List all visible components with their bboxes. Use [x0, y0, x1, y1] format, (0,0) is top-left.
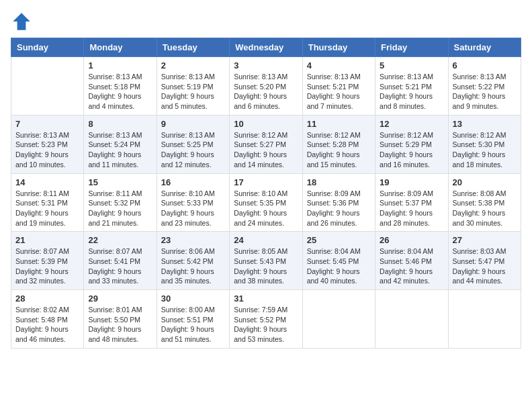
- day-number: 19: [380, 177, 443, 187]
- day-info: Sunrise: 8:00 AM Sunset: 5:51 PM Dayligh…: [161, 305, 225, 345]
- day-info: Sunrise: 8:12 AM Sunset: 5:30 PM Dayligh…: [453, 130, 517, 170]
- day-cell: 21Sunrise: 8:07 AM Sunset: 5:39 PM Dayli…: [11, 232, 84, 290]
- day-number: 15: [88, 177, 152, 187]
- day-cell: 14Sunrise: 8:11 AM Sunset: 5:31 PM Dayli…: [11, 173, 84, 232]
- day-info: Sunrise: 8:07 AM Sunset: 5:41 PM Dayligh…: [88, 246, 152, 286]
- day-info: Sunrise: 8:13 AM Sunset: 5:22 PM Dayligh…: [453, 72, 517, 111]
- day-number: 9: [161, 119, 225, 129]
- day-number: 30: [161, 293, 225, 304]
- day-cell: 3Sunrise: 8:13 AM Sunset: 5:20 PM Daylig…: [230, 57, 302, 116]
- day-info: Sunrise: 8:10 AM Sunset: 5:33 PM Dayligh…: [161, 189, 225, 228]
- day-number: 27: [453, 235, 517, 245]
- day-number: 21: [15, 235, 79, 245]
- day-info: Sunrise: 8:09 AM Sunset: 5:36 PM Dayligh…: [307, 189, 371, 228]
- column-header-wednesday: Wednesday: [230, 38, 302, 57]
- day-cell: 19Sunrise: 8:09 AM Sunset: 5:37 PM Dayli…: [375, 173, 448, 232]
- week-row-4: 21Sunrise: 8:07 AM Sunset: 5:39 PM Dayli…: [11, 232, 521, 290]
- page-header: [11, 11, 521, 32]
- day-info: Sunrise: 8:05 AM Sunset: 5:43 PM Dayligh…: [234, 246, 298, 286]
- day-info: Sunrise: 8:12 AM Sunset: 5:27 PM Dayligh…: [234, 130, 298, 170]
- day-cell: 2Sunrise: 8:13 AM Sunset: 5:19 PM Daylig…: [157, 57, 229, 116]
- day-info: Sunrise: 8:09 AM Sunset: 5:37 PM Dayligh…: [380, 189, 443, 228]
- day-number: 8: [88, 119, 152, 129]
- day-cell: 8Sunrise: 8:13 AM Sunset: 5:24 PM Daylig…: [84, 115, 157, 173]
- day-cell: 4Sunrise: 8:13 AM Sunset: 5:21 PM Daylig…: [302, 57, 375, 116]
- day-cell: 27Sunrise: 8:03 AM Sunset: 5:47 PM Dayli…: [448, 232, 521, 290]
- day-cell: 23Sunrise: 8:06 AM Sunset: 5:42 PM Dayli…: [157, 232, 229, 290]
- logo-icon: [11, 11, 32, 32]
- day-info: Sunrise: 8:13 AM Sunset: 5:20 PM Dayligh…: [234, 72, 298, 111]
- day-number: 2: [161, 60, 225, 71]
- day-cell: 25Sunrise: 8:04 AM Sunset: 5:45 PM Dayli…: [302, 232, 375, 290]
- day-number: 13: [453, 119, 517, 129]
- day-cell: 20Sunrise: 8:08 AM Sunset: 5:38 PM Dayli…: [448, 173, 521, 232]
- calendar-header-row: SundayMondayTuesdayWednesdayThursdayFrid…: [11, 38, 521, 57]
- column-header-friday: Friday: [375, 38, 448, 57]
- day-number: 14: [15, 177, 79, 187]
- day-number: 5: [380, 60, 443, 71]
- day-cell: 26Sunrise: 8:04 AM Sunset: 5:46 PM Dayli…: [375, 232, 448, 290]
- week-row-1: 1Sunrise: 8:13 AM Sunset: 5:18 PM Daylig…: [11, 57, 521, 116]
- day-cell: 17Sunrise: 8:10 AM Sunset: 5:35 PM Dayli…: [230, 173, 302, 232]
- day-cell: 13Sunrise: 8:12 AM Sunset: 5:30 PM Dayli…: [448, 115, 521, 173]
- day-number: 17: [234, 177, 298, 187]
- day-info: Sunrise: 8:13 AM Sunset: 5:23 PM Dayligh…: [15, 130, 79, 170]
- day-info: Sunrise: 8:13 AM Sunset: 5:21 PM Dayligh…: [380, 72, 443, 111]
- day-info: Sunrise: 8:02 AM Sunset: 5:48 PM Dayligh…: [15, 305, 79, 345]
- day-cell: 1Sunrise: 8:13 AM Sunset: 5:18 PM Daylig…: [84, 57, 157, 116]
- day-cell: 22Sunrise: 8:07 AM Sunset: 5:41 PM Dayli…: [84, 232, 157, 290]
- day-number: 22: [88, 235, 152, 245]
- day-cell: 7Sunrise: 8:13 AM Sunset: 5:23 PM Daylig…: [11, 115, 84, 173]
- day-info: Sunrise: 8:11 AM Sunset: 5:31 PM Dayligh…: [15, 189, 79, 228]
- day-cell: 12Sunrise: 8:12 AM Sunset: 5:29 PM Dayli…: [375, 115, 448, 173]
- day-number: 25: [307, 235, 371, 245]
- day-number: 16: [161, 177, 225, 187]
- day-cell: 24Sunrise: 8:05 AM Sunset: 5:43 PM Dayli…: [230, 232, 302, 290]
- day-info: Sunrise: 7:59 AM Sunset: 5:52 PM Dayligh…: [234, 305, 298, 345]
- day-info: Sunrise: 8:13 AM Sunset: 5:18 PM Dayligh…: [88, 72, 152, 111]
- day-cell: [448, 290, 521, 349]
- day-cell: 28Sunrise: 8:02 AM Sunset: 5:48 PM Dayli…: [11, 290, 84, 349]
- day-number: 6: [453, 60, 517, 71]
- day-info: Sunrise: 8:13 AM Sunset: 5:19 PM Dayligh…: [161, 72, 225, 111]
- day-number: 7: [15, 119, 79, 129]
- day-number: 11: [307, 119, 371, 129]
- day-info: Sunrise: 8:08 AM Sunset: 5:38 PM Dayligh…: [453, 189, 517, 228]
- day-info: Sunrise: 8:12 AM Sunset: 5:28 PM Dayligh…: [307, 130, 371, 170]
- day-info: Sunrise: 8:11 AM Sunset: 5:32 PM Dayligh…: [88, 189, 152, 228]
- day-cell: 31Sunrise: 7:59 AM Sunset: 5:52 PM Dayli…: [230, 290, 302, 349]
- day-number: 26: [380, 235, 443, 245]
- day-cell: 10Sunrise: 8:12 AM Sunset: 5:27 PM Dayli…: [230, 115, 302, 173]
- day-info: Sunrise: 8:10 AM Sunset: 5:35 PM Dayligh…: [234, 189, 298, 228]
- day-number: 24: [234, 235, 298, 245]
- svg-marker-0: [13, 13, 30, 30]
- week-row-5: 28Sunrise: 8:02 AM Sunset: 5:48 PM Dayli…: [11, 290, 521, 349]
- day-info: Sunrise: 8:04 AM Sunset: 5:46 PM Dayligh…: [380, 246, 443, 286]
- column-header-monday: Monday: [84, 38, 157, 57]
- week-row-2: 7Sunrise: 8:13 AM Sunset: 5:23 PM Daylig…: [11, 115, 521, 173]
- day-number: 20: [453, 177, 517, 187]
- day-number: 29: [88, 293, 152, 304]
- day-number: 18: [307, 177, 371, 187]
- day-info: Sunrise: 8:07 AM Sunset: 5:39 PM Dayligh…: [15, 246, 79, 286]
- day-cell: 9Sunrise: 8:13 AM Sunset: 5:25 PM Daylig…: [157, 115, 229, 173]
- day-cell: [11, 57, 84, 116]
- day-info: Sunrise: 8:12 AM Sunset: 5:29 PM Dayligh…: [380, 130, 443, 170]
- week-row-3: 14Sunrise: 8:11 AM Sunset: 5:31 PM Dayli…: [11, 173, 521, 232]
- day-number: 23: [161, 235, 225, 245]
- day-info: Sunrise: 8:06 AM Sunset: 5:42 PM Dayligh…: [161, 246, 225, 286]
- column-header-tuesday: Tuesday: [157, 38, 229, 57]
- day-cell: 11Sunrise: 8:12 AM Sunset: 5:28 PM Dayli…: [302, 115, 375, 173]
- day-info: Sunrise: 8:13 AM Sunset: 5:25 PM Dayligh…: [161, 130, 225, 170]
- calendar: SundayMondayTuesdayWednesdayThursdayFrid…: [11, 38, 521, 349]
- day-number: 28: [15, 293, 79, 304]
- day-cell: 18Sunrise: 8:09 AM Sunset: 5:36 PM Dayli…: [302, 173, 375, 232]
- column-header-saturday: Saturday: [448, 38, 521, 57]
- day-number: 1: [88, 60, 152, 71]
- day-cell: 15Sunrise: 8:11 AM Sunset: 5:32 PM Dayli…: [84, 173, 157, 232]
- day-info: Sunrise: 8:01 AM Sunset: 5:50 PM Dayligh…: [88, 305, 152, 345]
- day-cell: [302, 290, 375, 349]
- column-header-thursday: Thursday: [302, 38, 375, 57]
- day-cell: 16Sunrise: 8:10 AM Sunset: 5:33 PM Dayli…: [157, 173, 229, 232]
- logo: [11, 11, 35, 32]
